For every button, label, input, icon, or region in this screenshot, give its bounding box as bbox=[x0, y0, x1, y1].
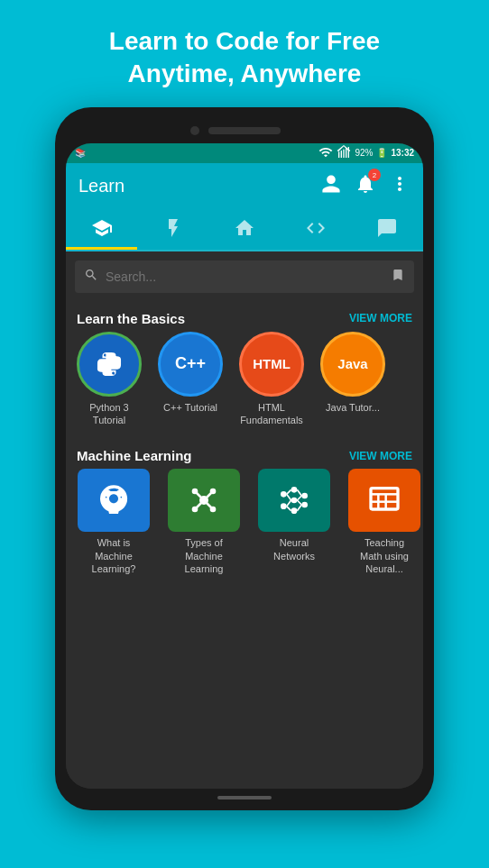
signal-icon bbox=[337, 145, 351, 161]
phone-bottom bbox=[66, 789, 423, 807]
svg-point-20 bbox=[301, 502, 308, 508]
basics-view-more[interactable]: VIEW MORE bbox=[349, 312, 412, 324]
svg-rect-2 bbox=[344, 149, 345, 157]
svg-point-18 bbox=[291, 508, 298, 515]
ml-cards-row: What isMachineLearning? bbox=[66, 469, 423, 582]
java-card[interactable]: Java Java Tutor... bbox=[317, 332, 389, 427]
svg-line-12 bbox=[195, 500, 204, 509]
ml-types-icon bbox=[168, 469, 240, 532]
wifi-icon bbox=[318, 145, 333, 161]
html-card[interactable]: HTML HTMLFundamentals bbox=[235, 332, 308, 427]
neural-icon bbox=[258, 469, 330, 532]
search-input[interactable] bbox=[106, 270, 383, 284]
java-label: Java Tutor... bbox=[326, 401, 380, 414]
tab-discuss[interactable] bbox=[352, 210, 423, 250]
home-bar bbox=[217, 796, 272, 799]
battery-text: 92% bbox=[355, 148, 373, 158]
svg-rect-3 bbox=[346, 148, 346, 158]
svg-point-15 bbox=[281, 504, 287, 510]
basics-header: Learn the Basics VIEW MORE bbox=[66, 302, 423, 332]
types-ml-label: Types ofMachineLearning bbox=[185, 536, 224, 575]
python-card[interactable]: Python 3 Tutorial bbox=[73, 332, 145, 427]
python-label: Python 3 Tutorial bbox=[73, 401, 145, 427]
tab-learn[interactable] bbox=[66, 210, 137, 250]
neural-networks-card[interactable]: NeuralNetworks bbox=[254, 469, 335, 575]
ml-brain-icon bbox=[78, 469, 150, 532]
tab-code[interactable] bbox=[281, 210, 352, 250]
nav-tabs bbox=[66, 210, 423, 251]
ml-view-more[interactable]: VIEW MORE bbox=[349, 450, 412, 462]
svg-line-24 bbox=[287, 507, 291, 511]
tab-practice[interactable] bbox=[137, 210, 208, 250]
search-bar[interactable] bbox=[75, 260, 414, 293]
app-bar-icons: 2 bbox=[320, 173, 411, 199]
time-display: 13:32 bbox=[391, 148, 414, 158]
python-icon bbox=[77, 332, 142, 397]
basics-cards-row: Python 3 Tutorial C++ C++ Tutorial HTML … bbox=[66, 332, 423, 434]
what-is-ml-card[interactable]: What isMachineLearning? bbox=[73, 469, 154, 575]
notification-button[interactable]: 2 bbox=[355, 173, 376, 199]
types-ml-card[interactable]: Types ofMachineLearning bbox=[163, 469, 244, 575]
html-icon: HTML bbox=[239, 332, 304, 397]
svg-point-19 bbox=[301, 493, 308, 499]
ml-header: Machine Learning VIEW MORE bbox=[66, 439, 423, 469]
phone-screen: 📚 92% 🔋 13:32 Learn bbox=[66, 143, 423, 789]
app-logo-icon: 📚 bbox=[75, 148, 86, 158]
more-options-button[interactable] bbox=[389, 173, 411, 199]
svg-line-22 bbox=[287, 495, 291, 501]
svg-line-10 bbox=[195, 491, 204, 500]
hero-section: Learn to Code for Free Anytime, Anywhere bbox=[91, 0, 398, 107]
basics-section: Learn the Basics VIEW MORE Python 3 Tuto… bbox=[66, 302, 423, 434]
svg-line-25 bbox=[297, 490, 301, 497]
notification-badge: 2 bbox=[368, 169, 381, 181]
teaching-math-label: TeachingMath usingNeural... bbox=[360, 536, 409, 575]
what-is-ml-label: What isMachineLearning? bbox=[92, 536, 136, 575]
tab-home[interactable] bbox=[208, 210, 280, 250]
svg-rect-29 bbox=[371, 489, 398, 509]
svg-line-21 bbox=[287, 490, 291, 495]
profile-button[interactable] bbox=[320, 173, 342, 199]
java-icon: Java bbox=[320, 332, 385, 397]
hero-title: Learn to Code for Free Anytime, Anywhere bbox=[109, 25, 380, 91]
phone-mockup: 📚 92% 🔋 13:32 Learn bbox=[55, 107, 434, 810]
ml-title: Machine Learning bbox=[77, 448, 192, 463]
phone-speaker bbox=[208, 127, 281, 134]
svg-rect-4 bbox=[348, 147, 349, 158]
bookmark-icon[interactable] bbox=[391, 268, 405, 286]
svg-point-17 bbox=[291, 498, 298, 504]
svg-point-16 bbox=[291, 487, 298, 493]
svg-point-14 bbox=[281, 491, 287, 498]
battery-icon: 🔋 bbox=[376, 148, 387, 158]
phone-camera bbox=[190, 126, 199, 135]
neural-networks-label: NeuralNetworks bbox=[273, 536, 315, 562]
cpp-card[interactable]: C++ C++ Tutorial bbox=[154, 332, 226, 427]
status-right: 92% 🔋 13:32 bbox=[318, 145, 414, 161]
svg-line-23 bbox=[287, 500, 291, 507]
cpp-label: C++ Tutorial bbox=[163, 401, 217, 414]
phone-top-bar bbox=[66, 118, 423, 143]
html-label: HTMLFundamentals bbox=[240, 401, 303, 427]
svg-line-11 bbox=[204, 491, 213, 500]
svg-line-26 bbox=[297, 496, 301, 500]
svg-line-28 bbox=[297, 505, 301, 511]
cpp-icon: C++ bbox=[158, 332, 223, 397]
ml-section: Machine Learning VIEW MORE What isMachin… bbox=[66, 439, 423, 582]
svg-rect-1 bbox=[341, 151, 342, 158]
svg-rect-0 bbox=[338, 151, 339, 158]
teaching-math-card[interactable]: TeachingMath usingNeural... bbox=[344, 469, 423, 575]
svg-line-27 bbox=[297, 500, 301, 505]
content-area: Learn the Basics VIEW MORE Python 3 Tuto… bbox=[66, 302, 423, 789]
app-title: Learn bbox=[78, 176, 125, 196]
app-bar: Learn 2 bbox=[66, 163, 423, 210]
status-left: 📚 bbox=[75, 148, 86, 158]
status-bar: 📚 92% 🔋 13:32 bbox=[66, 143, 423, 163]
svg-line-13 bbox=[204, 500, 213, 509]
search-icon bbox=[84, 268, 98, 286]
teaching-icon bbox=[348, 469, 420, 532]
basics-title: Learn the Basics bbox=[77, 311, 185, 326]
